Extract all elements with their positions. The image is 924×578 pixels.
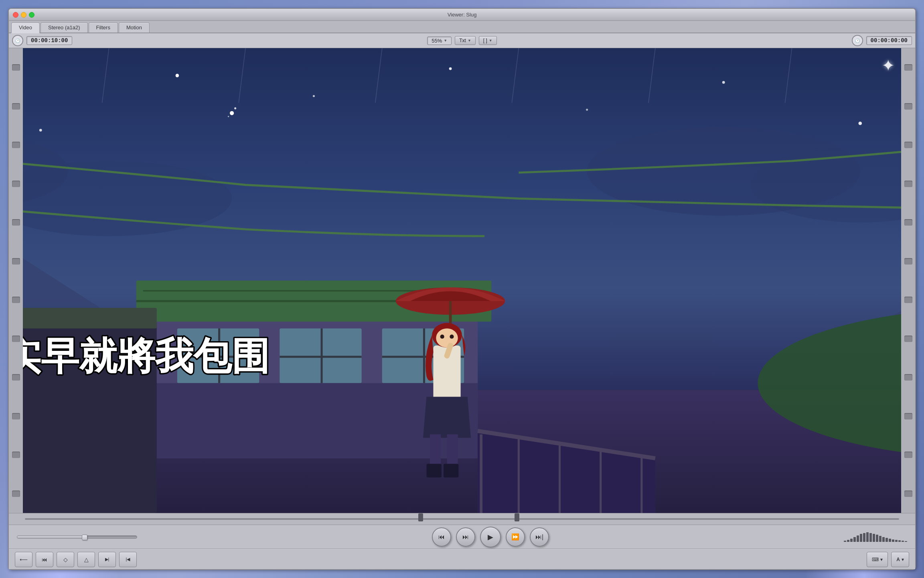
svg-text:狂烈的愛意其实早就將我包围: 狂烈的愛意其实早就將我包围 [23,335,270,377]
film-hole [12,413,20,419]
svg-point-9 [722,81,725,84]
svg-point-14 [234,107,236,109]
window-controls [13,12,34,18]
film-hole [904,181,912,187]
film-hole [904,297,912,303]
volume-area [844,532,907,542]
scrubber-thumb[interactable] [82,535,87,540]
tab-stereo[interactable]: Stereo (a1a2) [41,22,88,33]
timeline-marker-in[interactable] [418,513,423,521]
svg-point-5 [176,74,179,77]
scene-container: 狂烈的愛意其实早就將我包围 [23,48,901,513]
film-hole [904,413,912,419]
next-frame-button[interactable]: ▶| [98,552,116,567]
prev-clip-icon: ⏮ [42,556,47,563]
controls-bar: 🕐 00:00:10:00 55% ▼ Txt ▼ [ ] ▼ 🕐 00:00:… [9,33,915,48]
zoom-arrow-icon: ▼ [444,39,447,43]
film-strip-left [9,48,23,513]
scrubber-area [17,535,137,539]
tab-motion[interactable]: Motion [119,22,150,33]
volume-bar-segment [902,541,904,542]
volume-bar-segment [905,541,907,542]
tab-bar: Video Stereo (a1a2) Filters Motion [9,21,915,33]
prev-clip-button[interactable]: ⏮ [36,552,53,567]
svg-point-80 [450,335,454,339]
volume-bar-segment [857,535,859,542]
film-hole [904,452,912,458]
svg-rect-74 [447,434,458,468]
svg-marker-72 [423,397,471,438]
svg-point-8 [586,109,588,111]
film-hole [12,452,20,458]
prev-frame-button[interactable]: |◀ [119,552,137,567]
font-dropdown[interactable]: A ▾ [891,552,909,567]
volume-bar-segment [892,539,894,542]
keyboard-dropdown[interactable]: ⌨ ▾ [867,552,888,567]
zoom-dropdown[interactable]: 55% ▼ [427,37,452,45]
playback-bar: ⏮ ⏭ ▶ ⏩ ⏭| [9,525,915,549]
tab-filters[interactable]: Filters [89,22,118,33]
film-hole [904,374,912,381]
volume-bar-segment [895,540,898,542]
svg-point-78 [436,328,458,348]
mode-btn-1[interactable]: Txt ▼ [455,36,476,45]
film-hole [12,142,20,148]
goto-start-button[interactable]: ⏮ [432,527,451,547]
maximize-button[interactable] [29,12,34,18]
add-clip-button[interactable]: ⟵ [15,552,32,567]
svg-point-7 [449,67,452,70]
svg-point-13 [230,111,234,115]
volume-bar-segment [898,540,901,542]
film-hole [12,181,20,187]
film-hole [12,219,20,226]
film-hole [12,64,20,71]
timeline-marker-out[interactable] [515,513,519,521]
play-button[interactable]: ▶ [480,527,501,547]
volume-bar-segment [882,537,885,542]
volume-bar-segment [873,534,875,542]
svg-point-6 [313,95,315,97]
film-hole [12,374,20,381]
main-window: Viewer: Slug Video Stereo (a1a2) Filters… [8,8,916,570]
film-hole [904,219,912,226]
film-hole [12,297,20,303]
volume-bar-segment [844,541,846,542]
add-clip-icon: ⟵ [20,556,28,563]
window-title: Viewer: Slug [448,12,477,18]
film-hole [904,258,912,265]
film-hole [904,64,912,71]
volume-bar-segment [863,533,865,542]
step-back-button[interactable]: ⏭ [456,527,475,547]
keyboard-dropdown-arrow: ▾ [880,557,883,562]
next-frame-icon: ▶| [105,557,109,562]
pixel-art-scene: 狂烈的愛意其实早就將我包围 [23,48,901,513]
add-keyframe-button[interactable]: △ [77,552,95,567]
volume-bar-segment [860,534,862,542]
timeline-bar[interactable] [9,513,915,525]
scrubber-track[interactable] [17,535,137,539]
goto-start-icon: ⏮ [438,533,445,541]
timeline-track[interactable] [25,518,899,520]
film-hole [12,258,20,265]
film-hole [12,103,20,110]
svg-rect-49 [320,328,322,383]
volume-bar-segment [853,537,856,542]
keyframe-button[interactable]: ◇ [57,552,74,567]
tab-video[interactable]: Video [11,22,40,33]
add-keyframe-icon: △ [84,556,89,563]
font-dropdown-arrow: ▾ [902,557,904,562]
keyboard-icon: ⌨ [872,557,879,562]
step-forward-button[interactable]: ⏩ [506,527,525,547]
svg-rect-63 [23,308,157,328]
mode-btn-2[interactable]: [ ] ▼ [479,36,497,45]
video-area: 狂烈的愛意其实早就將我包围 [9,48,915,513]
prev-frame-icon: |◀ [126,557,130,562]
film-strip-right [901,48,915,513]
volume-bar-segment [869,533,872,542]
bottom-toolbar: ⟵ ⏮ ◇ △ ▶| |◀ ⌨ ▾ A ▾ [9,549,915,569]
goto-end-button[interactable]: ⏭| [530,527,549,547]
svg-line-81 [447,346,451,356]
close-button[interactable] [13,12,18,18]
svg-rect-50 [280,356,361,358]
minimize-button[interactable] [21,12,26,18]
